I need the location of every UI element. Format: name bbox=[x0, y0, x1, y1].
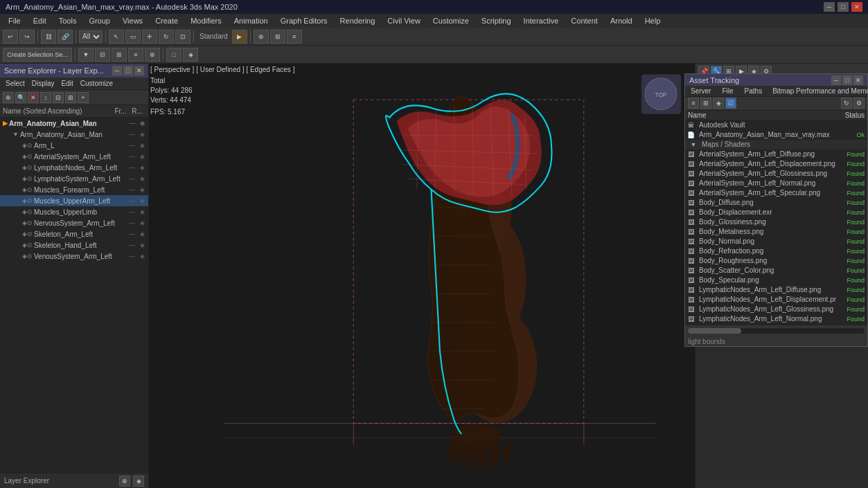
at-list-item-16[interactable]: 🖼 Body_Specular.png Found bbox=[685, 275, 867, 285]
at-settings-btn[interactable]: ⚙ bbox=[853, 98, 865, 109]
menu-modifiers[interactable]: Modifiers bbox=[185, 15, 227, 26]
render-button[interactable]: ▶ bbox=[232, 30, 247, 44]
se-maximize[interactable]: □ bbox=[123, 66, 133, 75]
se-list-item-11[interactable]: ◈⊙Skeleton_Hand_Left—◈ bbox=[0, 240, 148, 251]
se-search-btn[interactable]: 🔍 bbox=[15, 92, 26, 103]
at-list-item-2[interactable]: ▼ Maps / Shaders bbox=[685, 140, 867, 150]
create-sel-set[interactable]: Create Selection Se... bbox=[3, 48, 72, 62]
se-list-item-9[interactable]: ◈⊙NervousSystem_Arm_Left—◈ bbox=[0, 217, 148, 228]
menu-animation[interactable]: Animation bbox=[229, 15, 274, 26]
at-list-item-0[interactable]: 🏛 Autodesk Vault bbox=[685, 120, 867, 130]
mirror-button[interactable]: ⊞ bbox=[270, 30, 285, 44]
menu-scripting[interactable]: Scripting bbox=[476, 15, 517, 26]
at-list-item-7[interactable]: 🖼 ArterialSystem_Arm_Left_Specular.png F… bbox=[685, 188, 867, 198]
se-list-item-7[interactable]: ◈⊙Muscles_UpperArm_Left—◈ bbox=[0, 195, 148, 206]
at-horizontal-scroll[interactable] bbox=[688, 328, 865, 334]
menu-help[interactable]: Help bbox=[639, 15, 666, 26]
layer-btn2[interactable]: ⊞ bbox=[112, 48, 127, 62]
at-list-item-13[interactable]: 🖼 Body_Refraction.png Found bbox=[685, 246, 867, 256]
menu-civil-view[interactable]: Civil View bbox=[382, 15, 425, 26]
at-refresh-btn[interactable]: ↻ bbox=[841, 98, 852, 109]
at-scrollbar-area[interactable] bbox=[685, 325, 867, 336]
at-minimize[interactable]: ─ bbox=[831, 75, 841, 85]
viewport[interactable]: [ Perspective ] [ User Defined ] [ Edged… bbox=[149, 64, 695, 488]
se-list-item-3[interactable]: ◈⊙ArterialSystem_Arm_Left—◈ bbox=[0, 151, 148, 162]
at-list-item-17[interactable]: 🖼 LymphaticNodes_Arm_Left_Diffuse.png Fo… bbox=[685, 285, 867, 295]
layer-btn1[interactable]: ⊟ bbox=[95, 48, 110, 62]
menu-graph-editors[interactable]: Graph Editors bbox=[275, 15, 333, 26]
se-expand-btn[interactable]: ⊞ bbox=[65, 92, 76, 103]
se-add-layer-btn[interactable]: + bbox=[78, 92, 89, 103]
at-list-item-18[interactable]: 🖼 LymphaticNodes_Arm_Left_Displacement.p… bbox=[685, 295, 867, 305]
link-button[interactable]: ⛓ bbox=[41, 30, 56, 44]
minimize-button[interactable]: ─ bbox=[824, 2, 835, 12]
at-icon-btn[interactable]: ⊞ bbox=[700, 98, 711, 109]
se-filter-btn[interactable]: ⊕ bbox=[3, 92, 14, 103]
rotate-button[interactable]: ↻ bbox=[159, 30, 174, 44]
scale-button[interactable]: ⊡ bbox=[175, 30, 191, 44]
se-sort-btn[interactable]: ↕ bbox=[40, 92, 51, 103]
at-scroll-thumb[interactable] bbox=[688, 328, 741, 334]
at-close[interactable]: ✕ bbox=[853, 75, 863, 85]
close-button[interactable]: ✕ bbox=[851, 2, 862, 12]
move-button[interactable]: ✛ bbox=[142, 30, 157, 44]
at-list-item-6[interactable]: 🖼 ArterialSystem_Arm_Left_Normal.png Fou… bbox=[685, 179, 867, 188]
menu-interactive[interactable]: Interactive bbox=[518, 15, 565, 26]
se-minimize[interactable]: ─ bbox=[112, 66, 122, 75]
maximize-button[interactable]: □ bbox=[838, 2, 849, 12]
at-list-item-14[interactable]: 🖼 Body_Roughness.png Found bbox=[685, 256, 867, 266]
at-list-item-8[interactable]: 🖼 Body_Diffuse.png Found bbox=[685, 198, 867, 208]
se-list-item-10[interactable]: ◈⊙Skeleton_Arm_Left—◈ bbox=[0, 228, 148, 240]
align-button[interactable]: ≡ bbox=[287, 30, 302, 44]
at-menu-paths[interactable]: Paths bbox=[742, 87, 765, 96]
named-sel-button[interactable]: ▼ bbox=[78, 48, 94, 62]
at-list-item-4[interactable]: 🖼 ArterialSystem_Arm_Left_Displacement.p… bbox=[685, 159, 867, 169]
at-list-item-11[interactable]: 🖼 Body_Metalness.png Found bbox=[685, 227, 867, 237]
se-footer-btn2[interactable]: ◈ bbox=[133, 476, 144, 487]
se-list-item-0[interactable]: ▶Arm_Anatomy_Asian_Man—◈ bbox=[0, 118, 148, 129]
at-list-item-19[interactable]: 🖼 LymphaticNodes_Arm_Left_Glossiness.png… bbox=[685, 305, 867, 314]
menu-edit[interactable]: Edit bbox=[28, 15, 52, 26]
at-list-item-10[interactable]: 🖼 Body_Glossiness.png Found bbox=[685, 217, 867, 227]
se-toggle-btn[interactable]: ✕ bbox=[28, 92, 39, 103]
se-menu-edit[interactable]: Edit bbox=[59, 79, 76, 88]
at-item-list[interactable]: 🏛 Autodesk Vault 📄 Arm_Anatomy_Asian_Man… bbox=[685, 120, 867, 326]
select-button[interactable]: ↖ bbox=[109, 30, 124, 44]
menu-rendering[interactable]: Rendering bbox=[335, 15, 381, 26]
se-list-item-8[interactable]: ◈⊙Muscles_UpperLimb—◈ bbox=[0, 206, 148, 217]
se-list-item-5[interactable]: ◈⊙LymphaticSystem_Arm_Left—◈ bbox=[0, 173, 148, 184]
menu-create[interactable]: Create bbox=[150, 15, 184, 26]
se-menu-display[interactable]: Display bbox=[29, 79, 57, 88]
menu-customize[interactable]: Customize bbox=[427, 15, 475, 26]
at-maximize[interactable]: □ bbox=[842, 75, 852, 85]
at-list-item-15[interactable]: 🖼 Body_Scatter_Color.png Found bbox=[685, 266, 867, 275]
layer-dropdown[interactable]: All bbox=[79, 30, 103, 43]
se-list-item-1[interactable]: ▼Arm_Anatomy_Asian_Man—◈ bbox=[0, 129, 148, 140]
at-list-item-9[interactable]: 🖼 Body_Displacement.exr Found bbox=[685, 208, 867, 217]
menu-group[interactable]: Group bbox=[83, 15, 116, 26]
menu-file[interactable]: File bbox=[3, 15, 26, 26]
redo-button[interactable]: ↪ bbox=[19, 30, 35, 44]
at-selected-btn[interactable]: ☑ bbox=[725, 98, 736, 109]
undo-button[interactable]: ↩ bbox=[3, 30, 18, 44]
display-btn[interactable]: □ bbox=[166, 48, 181, 62]
at-detail-btn[interactable]: ◈ bbox=[713, 98, 724, 109]
se-list-item-12[interactable]: ◈⊙VenousSystem_Arm_Left—◈ bbox=[0, 251, 148, 262]
at-list-btn[interactable]: ≡ bbox=[688, 98, 699, 109]
menu-views[interactable]: Views bbox=[117, 15, 148, 26]
menu-content[interactable]: Content bbox=[565, 15, 603, 26]
se-menu-customize[interactable]: Customize bbox=[78, 79, 116, 88]
at-menu-server[interactable]: Server bbox=[688, 87, 714, 96]
se-menu-select[interactable]: Select bbox=[3, 79, 28, 88]
layer-btn3[interactable]: ≡ bbox=[128, 48, 143, 62]
at-list-item-1[interactable]: 📄 Arm_Anatomy_Asian_Man_max_vray.max Ok bbox=[685, 130, 867, 140]
at-list-item-5[interactable]: 🖼 ArterialSystem_Arm_Left_Glossiness.png… bbox=[685, 169, 867, 179]
se-list-item-6[interactable]: ◈⊙Muscles_Forearm_Left—◈ bbox=[0, 184, 148, 195]
menu-arnold[interactable]: Arnold bbox=[605, 15, 638, 26]
snap-toggle[interactable]: ⊕ bbox=[254, 30, 269, 44]
wire-btn[interactable]: ◈ bbox=[183, 48, 198, 62]
se-list-item-2[interactable]: ◈⊙Arm_L—◈ bbox=[0, 140, 148, 151]
at-menu-bitmap[interactable]: Bitmap Performance and Memory bbox=[770, 87, 868, 96]
menu-tools[interactable]: Tools bbox=[53, 15, 82, 26]
se-close[interactable]: ✕ bbox=[134, 66, 144, 75]
